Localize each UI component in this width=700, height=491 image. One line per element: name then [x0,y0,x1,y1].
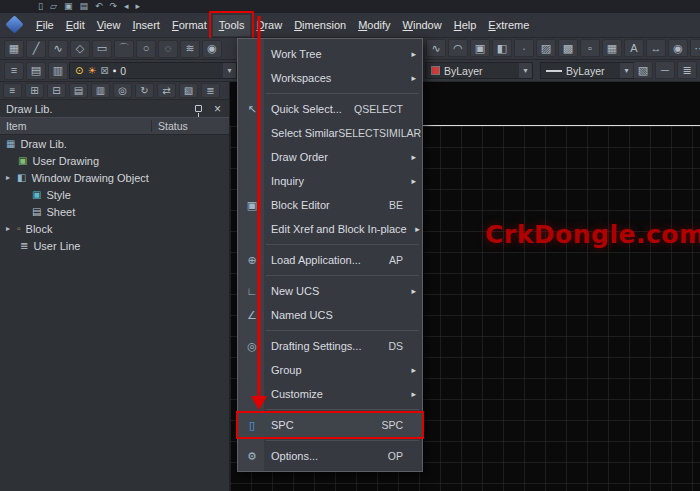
menu-item-draw-order[interactable]: Draw Order ▸ [238,145,422,169]
make-block-icon[interactable]: ◧ [492,39,512,57]
menu-help[interactable]: Help [448,15,483,36]
expand-arrow-icon[interactable]: ▸ [4,173,12,182]
panel-swap-icon[interactable]: ⇄ [157,83,176,98]
arc-icon[interactable]: ⌒ [114,40,134,58]
workspace-icon[interactable]: ▦ [4,40,24,58]
linetype-manager-icon[interactable]: ─ [655,61,675,79]
tree-item-draw-lib[interactable]: ▦ Draw Lib. [0,135,229,152]
line-icon[interactable]: ╱ [26,40,46,58]
tree-item-window-drawing-object[interactable]: ▸ ◧ Window Drawing Object [0,169,229,186]
menu-file[interactable]: File [30,15,60,36]
menu-extreme[interactable]: Extreme [482,15,535,36]
color-combo[interactable]: ByLayer ▾ [425,62,533,79]
drafting-settings-icon: ◎ [241,341,263,352]
panel-fill-icon[interactable]: ▧ [179,83,198,98]
panel-remove-icon[interactable]: ⊟ [47,83,66,98]
tree-item-user-drawing[interactable]: ▣ User Drawing [0,152,229,169]
menu-window[interactable]: Window [397,15,448,36]
linetype-combo[interactable]: ByLayer ▾ [540,62,634,79]
layer-properties-icon[interactable]: ≡ [4,62,24,80]
spline-fit-icon[interactable]: ∿ [426,39,446,57]
revision-cloud-icon[interactable]: ◌ [158,40,178,58]
menu-item-edit-xref[interactable]: Edit Xref and Block In-place ▸ [238,217,422,241]
redo-icon[interactable]: ↷ [109,2,117,11]
save-icon[interactable]: ▣ [64,2,73,11]
drawing-object-icon: ◧ [17,173,26,183]
table-icon[interactable]: ▦ [602,39,622,57]
menu-tools[interactable]: Tools [213,15,251,36]
menu-item-work-tree[interactable]: Work Tree ▸ [238,42,422,66]
menu-item-block-editor[interactable]: ▣ Block Editor BE [238,193,422,217]
undo-icon[interactable]: ↶ [95,2,103,11]
gradient-icon[interactable]: ▩ [558,39,578,57]
menu-dimension[interactable]: Dimension [288,15,352,36]
menu-format[interactable]: Format [166,15,213,36]
color-combo-arrow-icon[interactable]: ▾ [519,63,532,78]
menu-insert[interactable]: Insert [126,15,166,36]
menu-modify[interactable]: Modify [352,15,396,36]
plot-icon[interactable]: ▤ [79,2,88,11]
region-icon[interactable]: ▫ [580,39,600,57]
layer-combo[interactable]: ⊙ ☀ ⊠ ▪ 0 ▾ [69,62,237,79]
menu-item-group[interactable]: Group ▸ [238,358,422,382]
dimension-icon[interactable]: ↔ [646,39,666,57]
lineweight-icon[interactable]: ≣ [677,61,697,79]
insert-block-icon[interactable]: ▣ [470,39,490,57]
layer-walk-icon[interactable]: ▥ [48,62,68,80]
hatch-icon[interactable]: ▨ [536,39,556,57]
open-icon[interactable]: ▱ [50,2,57,11]
panel-search-icon[interactable]: ◎ [113,83,132,98]
text-icon[interactable]: A [624,39,644,57]
forward-icon[interactable]: ▸ [136,2,141,11]
new-icon[interactable]: ▯ [38,2,43,11]
ellipse-icon[interactable]: ◉ [202,40,222,58]
rectangle-icon[interactable]: ▭ [92,40,112,58]
menu-item-new-ucs[interactable]: ∟ New UCS ▸ [238,279,422,303]
tree-item-style[interactable]: ▣ Style [0,186,229,203]
tree-item-sheet[interactable]: ▤ Sheet [0,203,229,220]
more-tools-icon[interactable]: ⋯ [690,39,700,57]
menu-separator [266,330,419,331]
back-icon[interactable]: ◂ [124,2,129,11]
menu-item-inquiry[interactable]: Inquiry ▸ [238,169,422,193]
column-item[interactable]: Item [0,120,152,132]
panel-detail-icon[interactable]: ▥ [91,83,110,98]
ellipse2-icon[interactable]: ◉ [668,39,688,57]
menu-item-drafting-settings[interactable]: ◎ Drafting Settings... DS [238,334,422,358]
point-icon[interactable]: ∙ [514,39,534,57]
polyline-icon[interactable]: ∿ [48,40,68,58]
menu-item-workspaces[interactable]: Workspaces ▸ [238,66,422,90]
menu-view[interactable]: View [91,15,127,36]
match-properties-icon[interactable]: ▧ [633,61,653,79]
tree-item-block[interactable]: ▸ ▫ Block [0,220,229,237]
menu-item-options[interactable]: ⚙ Options... OP [238,444,422,468]
close-icon[interactable]: × [212,103,223,115]
menu-item-quick-select[interactable]: ↖ Quick Select... QSELECT [238,97,422,121]
submenu-arrow-icon: ▸ [406,152,416,162]
circle-icon[interactable]: ○ [136,40,156,58]
menu-item-customize[interactable]: Customize ▸ [238,382,422,406]
panel-refresh-icon[interactable]: ↻ [135,83,154,98]
menu-item-spc[interactable]: ▯ SPC SPC [238,413,422,437]
panel-lines-icon[interactable]: ≣ [201,83,220,98]
polygon-icon[interactable]: ◇ [70,40,90,58]
column-status[interactable]: Status [152,120,229,132]
menu-separator [266,409,419,410]
ellipse-arc-icon[interactable]: ◠ [448,39,468,57]
menu-item-named-ucs[interactable]: ∠ Named UCS [238,303,422,327]
panel-add-icon[interactable]: ⊞ [25,83,44,98]
panel-list-icon[interactable]: ≡ [3,83,22,98]
tree-item-user-line[interactable]: ≣ User Line [0,237,229,254]
spline-icon[interactable]: ≋ [180,40,200,58]
menu-edit[interactable]: Edit [60,15,91,36]
submenu-arrow-icon: ▸ [406,286,416,296]
app-logo-icon [5,15,23,33]
menu-item-load-application[interactable]: ⊕ Load Application... AP [238,248,422,272]
layer-combo-arrow-icon[interactable]: ▾ [223,63,236,78]
panel-sheet-icon[interactable]: ▤ [69,83,88,98]
menu-item-select-similar[interactable]: Select Similar SELECTSIMILAR [238,121,422,145]
layer-states-icon[interactable]: ▤ [26,62,46,80]
pin-icon[interactable] [195,105,202,112]
expand-arrow-icon[interactable]: ▸ [4,224,12,233]
menu-draw[interactable]: Draw [250,15,288,36]
